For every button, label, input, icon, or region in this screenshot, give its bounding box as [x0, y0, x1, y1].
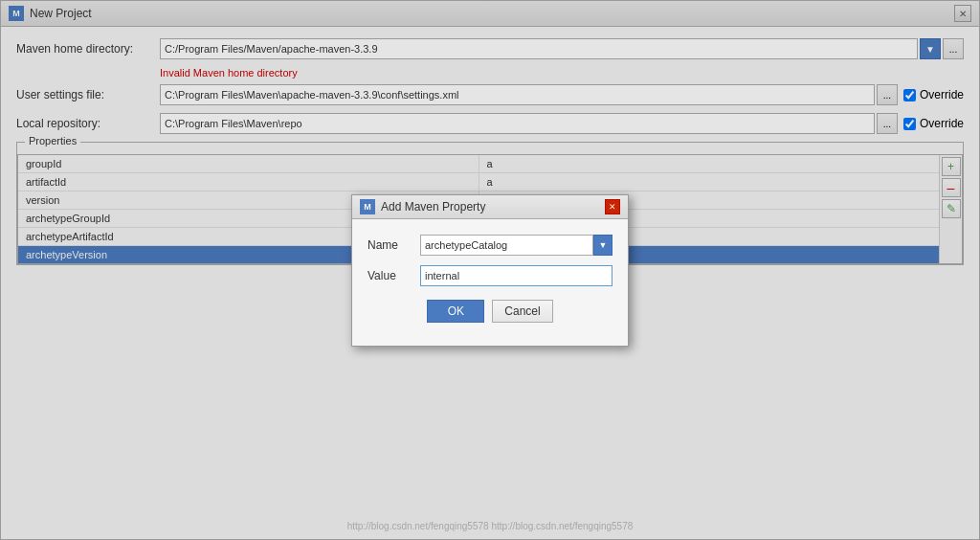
dialog-icon: M — [360, 199, 375, 214]
dialog-name-dropdown-button[interactable]: ▼ — [593, 235, 612, 256]
dialog-close-button[interactable]: ✕ — [605, 199, 620, 214]
dialog-overlay: M Add Maven Property ✕ Name ▼ — [1, 1, 979, 539]
dialog-content: Name ▼ Value OK Cancel — [352, 219, 628, 346]
dialog-value-input[interactable] — [420, 265, 612, 286]
dialog-cancel-button[interactable]: Cancel — [492, 300, 552, 323]
main-window: M New Project ✕ Maven home directory: ▼ … — [0, 0, 980, 540]
add-maven-property-dialog: M Add Maven Property ✕ Name ▼ — [351, 194, 629, 347]
dialog-value-label: Value — [368, 269, 420, 282]
dialog-title-text: Add Maven Property — [381, 200, 485, 214]
dialog-ok-button[interactable]: OK — [427, 300, 484, 323]
dialog-dropdown-arrow-icon: ▼ — [599, 240, 608, 250]
dialog-buttons: OK Cancel — [368, 296, 612, 330]
dialog-name-label: Name — [368, 238, 420, 252]
dialog-title-bar: M Add Maven Property ✕ — [352, 195, 628, 219]
dialog-value-row: Value — [368, 265, 612, 286]
dialog-name-row: Name ▼ — [368, 235, 612, 256]
dialog-name-input[interactable] — [420, 235, 593, 256]
